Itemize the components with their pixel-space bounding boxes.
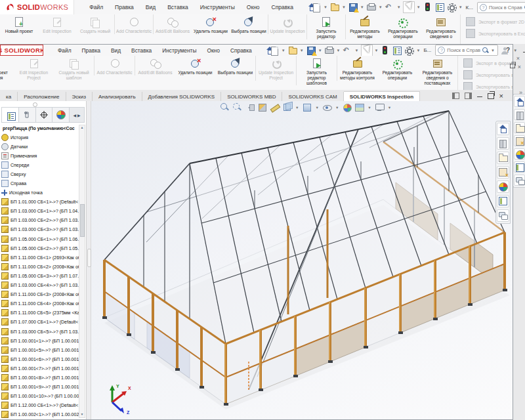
ribbon-button[interactable]: Создать новый (76, 14, 114, 34)
display-style-icon[interactable] (302, 102, 312, 112)
undo-icon[interactable]: ↶ (385, 2, 395, 12)
scroll-up-icon[interactable]: ▲ (79, 125, 85, 131)
menu-item[interactable]: Вид (106, 47, 126, 54)
view-orientation-icon[interactable] (282, 102, 292, 112)
tree-item[interactable]: БП 1.03.000 СБ<5>->? (БП 1.03.0 (1, 327, 79, 336)
tree-item[interactable]: БП 1.11.000 СБ<5> (2375мм <Ка (1, 308, 79, 318)
tree-item[interactable]: БП 1.03.000 СБ<3>->? (БП 1.03.0 (1, 225, 79, 234)
tree-item[interactable]: БП 1.00.001<8>->? (БП 1.00.001- (1, 373, 79, 382)
ribbon-button[interactable]: Edit Inspection (38, 14, 76, 34)
menu-item[interactable]: Правка (77, 47, 106, 54)
tree-item[interactable]: БП 1.00.001<6>->? (БП 1.00.001- (1, 354, 79, 364)
building-frame-model[interactable] (91, 101, 513, 419)
ribbon-tab[interactable]: SOLIDWORKS CAM (282, 92, 343, 101)
save-icon[interactable] (306, 45, 316, 56)
section-view-icon[interactable] (257, 102, 267, 112)
graphics-viewport[interactable]: ▼ ▼ ▼ ▼ ▼ (91, 101, 513, 419)
display-manager-tab[interactable] (52, 108, 70, 122)
property-manager-tab[interactable] (19, 108, 36, 122)
tree-item[interactable]: БП 1.00.001<1>->? (БП 1.00.001< (1, 336, 79, 345)
feature-tabs-scroll[interactable]: ◀▶ (70, 108, 84, 122)
ribbon-button[interactable]: Add/Edit Balloons (153, 14, 192, 34)
tabrow-overflow-chevron[interactable]: » (519, 89, 522, 96)
zoom-to-fit-icon[interactable] (220, 102, 230, 112)
ribbon-button[interactable]: Удалить позиции (175, 56, 215, 75)
pane-left-icon[interactable] (452, 93, 459, 99)
options-gear-icon[interactable] (446, 2, 457, 12)
tree-item[interactable]: Исходная точка (1, 188, 79, 198)
tree-item[interactable]: БП 1.03.000 СБ<1>->? (БП 1.04.0 (1, 207, 79, 216)
document-restore-close-icons[interactable]: × (509, 63, 521, 70)
menu-item[interactable]: Правка (109, 4, 140, 10)
menu-item[interactable]: Вставка (126, 47, 157, 54)
print-icon[interactable] (324, 45, 335, 56)
previous-view-icon[interactable] (245, 102, 255, 112)
doc-close-button[interactable]: × (499, 93, 503, 99)
new-document-icon[interactable] (311, 2, 322, 12)
menu-item[interactable]: Вставка (161, 4, 194, 10)
menu-item[interactable]: Окно (201, 47, 224, 54)
tree-item[interactable]: Примечания (1, 151, 79, 160)
tree-scrollbar[interactable]: ▲ ▼ (79, 125, 85, 418)
ribbon-button[interactable]: Редактировать методы контроля (337, 56, 377, 81)
configuration-manager-tab[interactable] (36, 108, 53, 122)
doc-restore-button[interactable] (488, 93, 494, 99)
ribbon-button[interactable]: Новый проект (0, 14, 38, 34)
ribbon-button[interactable]: Выбрать позиции (230, 14, 268, 34)
ribbon-tab[interactable]: Добавления SOLIDWORKS (142, 92, 222, 101)
tree-item[interactable]: БП 1.05.000 СБ<3>->? (БП 1.07.0 (1, 271, 79, 280)
tree-item[interactable]: Справа (1, 178, 79, 188)
tree-item[interactable]: БП 1.12.000 СБ<1>->? (Default< (1, 401, 79, 410)
ribbon-button[interactable]: Add Characteristic (114, 14, 153, 34)
select-tool-icon[interactable] (403, 1, 415, 13)
tree-item[interactable]: БП 1.07.000 СБ<1>->? (Default< (1, 318, 79, 327)
tree-item[interactable]: БП 1.00.002<1>->? (БП 1.00.002- (1, 410, 79, 418)
tree-item[interactable]: БП 1.00.001<5>->? (БП 1.00.001- (1, 345, 79, 354)
scroll-down-icon[interactable]: ▼ (79, 412, 85, 417)
tree-item[interactable]: Датчики (1, 142, 79, 151)
file-explorer-icon[interactable] (514, 122, 525, 133)
forum-icon[interactable] (514, 175, 525, 186)
ribbon-button[interactable]: Запустить редактор (306, 14, 345, 39)
ribbon-tab[interactable]: Эскиз (66, 92, 93, 101)
tree-item[interactable]: БП 1.01.000 СБ<1>->? (Default< (1, 198, 79, 207)
zoom-to-area-icon[interactable] (232, 102, 242, 112)
file-explorer-icon[interactable] (497, 152, 509, 164)
tree-item[interactable]: БП 1.11.000 СБ<2> (2008<Как об (1, 262, 79, 271)
menu-item[interactable]: Справка (225, 47, 257, 54)
design-library-icon[interactable] (514, 109, 525, 120)
ribbon-button[interactable]: Новый проект контроля (0, 56, 14, 81)
ribbon-button[interactable]: Редактировать операции (384, 14, 422, 39)
help-search-box[interactable]: ? Поиск в Справ ▼ (435, 45, 498, 56)
ribbon-button[interactable]: Add Characteristic (94, 56, 135, 75)
options-gear-icon[interactable] (404, 45, 414, 56)
hide-show-items-icon[interactable] (322, 102, 332, 112)
appearances-icon[interactable] (497, 180, 509, 193)
tree-item[interactable]: Спереди (1, 160, 79, 169)
tree-item[interactable]: БП 1.05.000 СБ<1>->? (БП 1.06.0 (1, 234, 79, 243)
performance-indicator-icon[interactable] (380, 45, 390, 56)
tree-item[interactable]: БП 1.11.000 СБ<1> (2693<Как об (1, 253, 79, 262)
splitter-grip[interactable] (87, 249, 91, 267)
ribbon-button[interactable]: Редактировать сведения о (422, 14, 460, 39)
pane-right-icon[interactable] (465, 93, 472, 99)
feature-tree-tab[interactable] (2, 108, 19, 122)
home-icon[interactable] (497, 123, 509, 135)
menu-item[interactable]: Файл (83, 4, 109, 10)
panel-close-icon[interactable]: × (516, 55, 520, 62)
tree-item[interactable]: БП 1.03.000 СБ<2>->? (БП 1.03.0 (1, 216, 79, 225)
view-settings-icon[interactable] (375, 102, 385, 112)
search-icon[interactable] (482, 47, 488, 53)
ribbon-button[interactable]: Редактировать сведения о поставщиках (417, 56, 457, 85)
ribbon-button[interactable]: Update Inspection (268, 14, 306, 34)
search-dropdown-caret[interactable]: ▼ (491, 49, 495, 52)
open-icon[interactable] (329, 2, 340, 12)
undo-icon[interactable]: ↶ (343, 45, 353, 56)
menu-item[interactable]: Инструменты (157, 47, 201, 54)
ribbon-button[interactable]: Update Inspection Project (255, 56, 296, 81)
tree-item[interactable]: Сверху (1, 169, 79, 178)
home-icon[interactable] (514, 96, 525, 107)
ribbon-tab[interactable]: SOLIDWORKS Inspection (344, 91, 420, 101)
tree-item[interactable]: БП 1.03.000 СБ<4>->? (БП 1.03.0 (1, 281, 79, 290)
apply-scene-icon[interactable] (354, 102, 364, 112)
